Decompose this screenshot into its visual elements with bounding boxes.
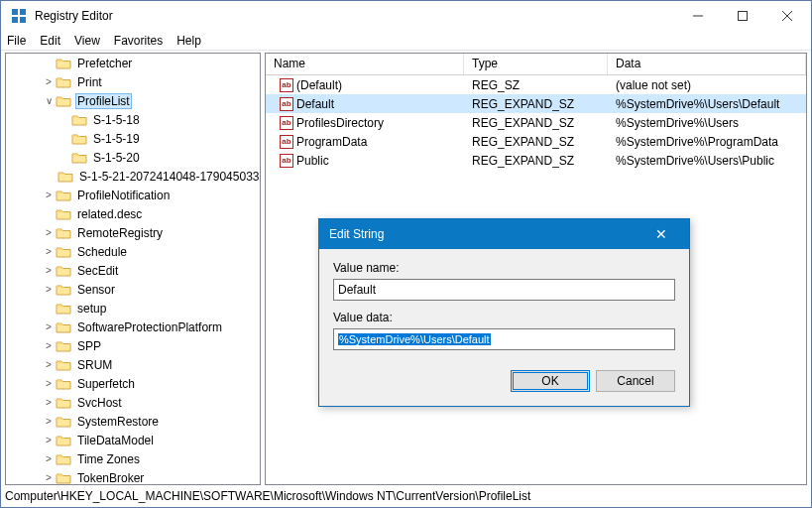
- chevron-right-icon[interactable]: >: [42, 321, 56, 332]
- menu-file[interactable]: File: [7, 34, 26, 48]
- ok-button[interactable]: OK: [511, 370, 590, 392]
- chevron-right-icon[interactable]: >: [42, 416, 56, 427]
- value-type: REG_SZ: [464, 78, 608, 92]
- svg-rect-0: [12, 9, 18, 15]
- tree-item-label: Schedule: [75, 245, 129, 259]
- tree-item[interactable]: >RemoteRegistry: [6, 223, 260, 242]
- menu-edit[interactable]: Edit: [40, 34, 60, 48]
- tree-item[interactable]: S-1-5-20: [6, 148, 260, 167]
- folder-icon: [56, 471, 71, 485]
- menu-help[interactable]: Help: [176, 34, 201, 48]
- tree-item[interactable]: ∨ProfileList: [6, 91, 260, 110]
- tree-item[interactable]: >TokenBroker: [6, 468, 260, 485]
- value-data-selected-text: %SystemDrive%\Users\Default: [338, 333, 491, 345]
- tree-item[interactable]: >SRUM: [6, 355, 260, 374]
- chevron-right-icon[interactable]: >: [42, 265, 56, 276]
- folder-icon: [71, 151, 87, 165]
- menu-view[interactable]: View: [74, 34, 100, 48]
- tree-item[interactable]: >TileDataModel: [6, 431, 260, 449]
- value-name: Public: [296, 154, 329, 168]
- folder-icon: [56, 283, 71, 297]
- tree-item-label: setup: [75, 302, 108, 316]
- tree-item-label: ProfileNotification: [75, 189, 172, 202]
- app-icon: [11, 8, 27, 24]
- dialog-close-button[interactable]: ✕: [643, 226, 679, 242]
- tree-item[interactable]: >ProfileNotification: [6, 186, 260, 204]
- chevron-right-icon[interactable]: >: [42, 340, 56, 351]
- value-name-label: Value name:: [333, 261, 675, 275]
- tree-item-label: ProfileList: [75, 93, 132, 109]
- value-type: REG_EXPAND_SZ: [464, 135, 608, 149]
- column-headers[interactable]: Name Type Data: [266, 54, 806, 75]
- maximize-button[interactable]: [720, 1, 764, 31]
- tree-item[interactable]: S-1-5-21-2072414048-179045033: [6, 167, 260, 186]
- tree-item-label: S-1-5-18: [91, 113, 142, 127]
- column-header-name[interactable]: Name: [266, 54, 464, 74]
- tree-item-label: S-1-5-21-2072414048-179045033: [77, 170, 261, 184]
- cancel-button[interactable]: Cancel: [596, 370, 675, 392]
- chevron-right-icon[interactable]: >: [42, 435, 56, 445]
- column-header-data[interactable]: Data: [608, 54, 806, 74]
- tree-item[interactable]: >SvcHost: [6, 393, 260, 412]
- value-data-input[interactable]: %SystemDrive%\Users\Default: [333, 328, 675, 350]
- folder-icon: [56, 320, 71, 334]
- tree-item[interactable]: related.desc: [6, 204, 260, 223]
- tree-item[interactable]: >Print: [6, 72, 260, 91]
- tree-item-label: Sensor: [75, 283, 117, 297]
- tree-item-label: SystemRestore: [75, 415, 161, 429]
- value-data: %SystemDrive%\Users: [608, 116, 806, 130]
- chevron-right-icon[interactable]: >: [42, 190, 56, 200]
- tree-item[interactable]: >Time Zones: [6, 449, 260, 468]
- tree-item[interactable]: >Sensor: [6, 280, 260, 299]
- value-row[interactable]: ab(Default)REG_SZ(value not set): [266, 75, 806, 94]
- tree-item[interactable]: >Schedule: [6, 242, 260, 261]
- value-name-input[interactable]: [333, 279, 675, 301]
- column-header-type[interactable]: Type: [464, 54, 608, 74]
- chevron-right-icon[interactable]: >: [42, 359, 56, 370]
- chevron-right-icon[interactable]: >: [42, 378, 56, 389]
- folder-icon: [56, 377, 71, 391]
- chevron-right-icon[interactable]: >: [42, 397, 56, 408]
- value-row[interactable]: abProgramDataREG_EXPAND_SZ%SystemDrive%\…: [266, 132, 806, 151]
- chevron-right-icon[interactable]: >: [42, 227, 56, 238]
- value-row[interactable]: abProfilesDirectoryREG_EXPAND_SZ%SystemD…: [266, 113, 806, 132]
- dialog-titlebar[interactable]: Edit String ✕: [319, 219, 689, 249]
- value-name: ProgramData: [296, 135, 367, 149]
- chevron-right-icon[interactable]: >: [42, 453, 56, 464]
- string-value-icon: ab: [280, 97, 293, 111]
- tree-item[interactable]: >SoftwareProtectionPlatform: [6, 318, 260, 336]
- value-row[interactable]: abDefaultREG_EXPAND_SZ%SystemDrive%\User…: [266, 94, 806, 113]
- tree-item[interactable]: >SecEdit: [6, 261, 260, 280]
- folder-icon: [56, 94, 71, 108]
- chevron-right-icon[interactable]: >: [42, 76, 56, 87]
- folder-icon: [56, 434, 71, 447]
- menu-favorites[interactable]: Favorites: [114, 34, 163, 48]
- close-button[interactable]: [764, 1, 809, 31]
- minimize-button[interactable]: [675, 1, 720, 31]
- value-data: (value not set): [608, 78, 806, 92]
- tree-item[interactable]: S-1-5-18: [6, 110, 260, 129]
- string-value-icon: ab: [280, 135, 293, 149]
- folder-icon: [56, 207, 71, 221]
- svg-rect-4: [738, 12, 747, 21]
- string-value-icon: ab: [280, 116, 293, 130]
- tree-item[interactable]: S-1-5-19: [6, 129, 260, 148]
- tree-item[interactable]: setup: [6, 299, 260, 318]
- svg-rect-2: [12, 17, 18, 23]
- chevron-down-icon[interactable]: ∨: [42, 95, 56, 106]
- edit-string-dialog: Edit String ✕ Value name: Value data: %S…: [318, 218, 690, 407]
- value-data: %SystemDrive%\Users\Public: [608, 154, 806, 168]
- value-row[interactable]: abPublicREG_EXPAND_SZ%SystemDrive%\Users…: [266, 151, 806, 170]
- string-value-icon: ab: [280, 154, 293, 168]
- chevron-right-icon[interactable]: >: [42, 472, 56, 483]
- tree-item[interactable]: >Superfetch: [6, 374, 260, 393]
- value-name: ProfilesDirectory: [296, 116, 384, 130]
- chevron-right-icon[interactable]: >: [42, 284, 56, 295]
- tree-view[interactable]: Prefetcher>Print∨ProfileListS-1-5-18S-1-…: [5, 53, 261, 485]
- chevron-right-icon[interactable]: >: [42, 246, 56, 257]
- titlebar: Registry Editor: [1, 1, 811, 31]
- tree-item[interactable]: >SystemRestore: [6, 412, 260, 431]
- tree-item-label: related.desc: [75, 207, 144, 221]
- tree-item[interactable]: Prefetcher: [6, 54, 260, 72]
- tree-item[interactable]: >SPP: [6, 336, 260, 355]
